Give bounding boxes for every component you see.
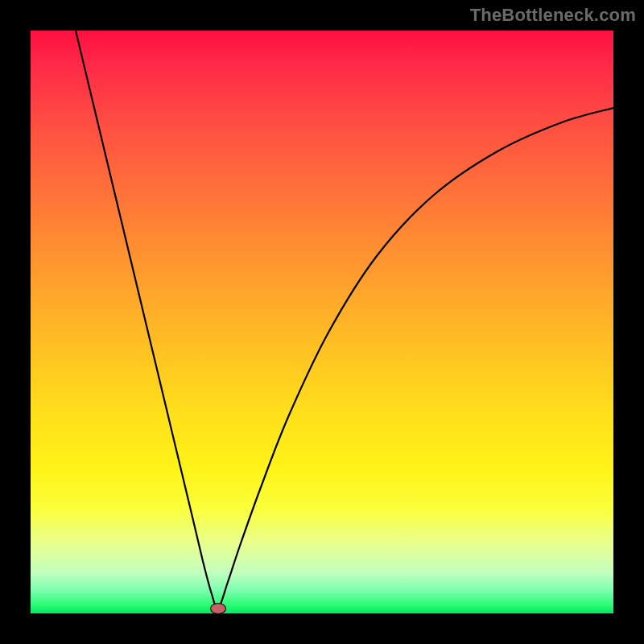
optimum-marker	[210, 603, 226, 613]
bottleneck-curve	[31, 31, 613, 613]
plot-area	[31, 31, 613, 613]
watermark-text: TheBottleneck.com	[470, 5, 636, 26]
chart-frame: TheBottleneck.com	[0, 0, 644, 644]
